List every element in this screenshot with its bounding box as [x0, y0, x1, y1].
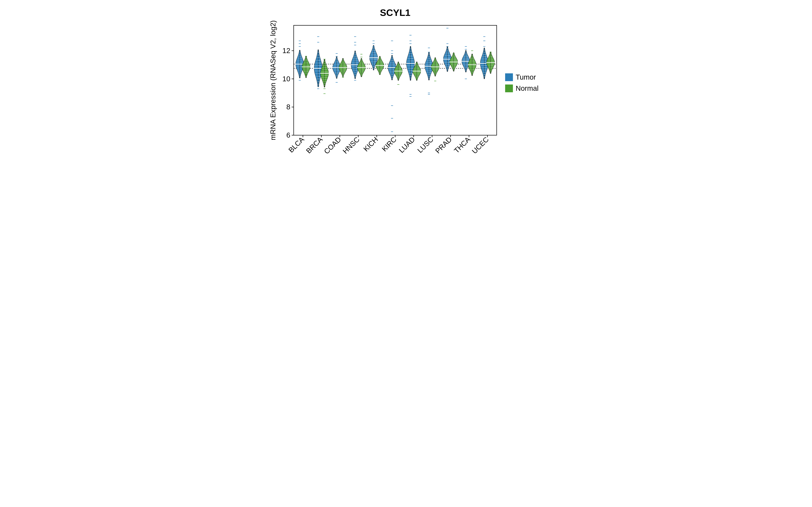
svg-text:LUSC: LUSC	[416, 135, 435, 154]
legend-label-tumor: Tumor	[516, 73, 536, 81]
legend-swatch-tumor	[505, 73, 513, 81]
svg-text:10: 10	[283, 75, 291, 83]
svg-text:BRCA: BRCA	[305, 135, 324, 155]
svg-text:THCA: THCA	[453, 135, 472, 155]
svg-text:COAD: COAD	[322, 135, 343, 156]
svg-text:LUAD: LUAD	[397, 135, 416, 154]
legend-label-normal: Normal	[516, 84, 539, 93]
svg-text:KICH: KICH	[362, 135, 379, 153]
legend-swatch-normal	[505, 84, 513, 92]
svg-text:UCEC: UCEC	[470, 135, 490, 155]
beanplot-chart: SCYL1mRNA Expression (RNASeq V2, log2)68…	[270, 7, 500, 159]
svg-text:SCYL1: SCYL1	[380, 7, 411, 18]
svg-text:mRNA Expression (RNASeq V2, lo: mRNA Expression (RNASeq V2, log2)	[270, 20, 277, 140]
svg-text:HNSC: HNSC	[341, 135, 361, 155]
svg-text:PRAD: PRAD	[434, 135, 453, 155]
svg-text:8: 8	[287, 103, 290, 111]
svg-text:12: 12	[283, 47, 291, 55]
svg-text:KIRC: KIRC	[380, 135, 398, 153]
legend-item-normal: Normal	[505, 84, 539, 93]
legend-item-tumor: Tumor	[505, 73, 539, 81]
svg-text:6: 6	[287, 131, 290, 139]
legend: Tumor Normal	[505, 73, 539, 93]
